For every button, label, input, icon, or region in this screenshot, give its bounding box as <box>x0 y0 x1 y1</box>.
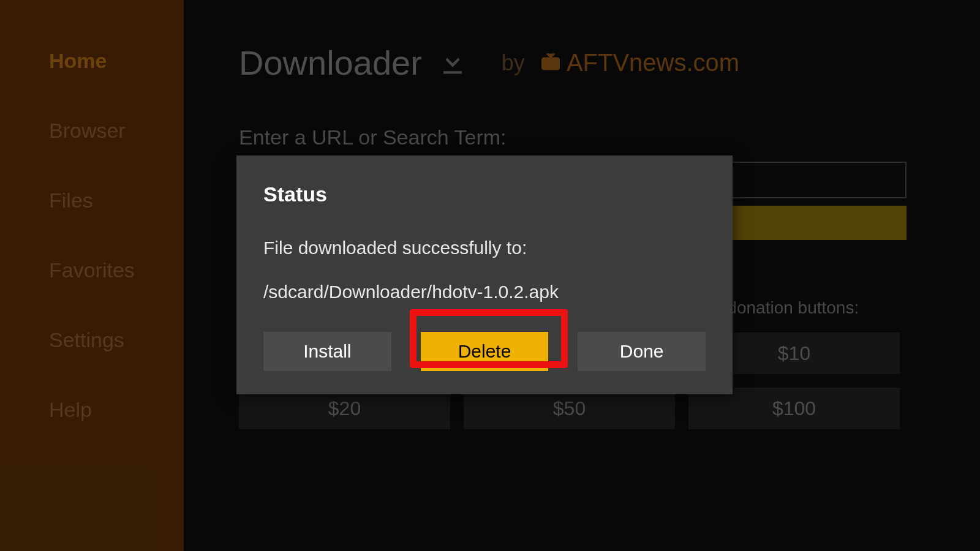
install-button[interactable]: Install <box>263 332 391 371</box>
sidebar-item-favorites[interactable]: Favorites <box>49 258 184 282</box>
dialog-path: /sdcard/Downloader/hdotv-1.0.2.apk <box>263 282 706 302</box>
sidebar-item-label: Favorites <box>49 258 135 282</box>
sidebar-item-help[interactable]: Help <box>49 398 184 422</box>
button-label: Done <box>620 341 664 362</box>
donation-label: $20 <box>328 397 361 420</box>
sidebar-item-label: Settings <box>49 328 124 351</box>
by-label: by <box>502 50 525 76</box>
donation-label: $100 <box>772 397 816 420</box>
svg-rect-0 <box>542 58 559 69</box>
tv-icon <box>540 51 562 75</box>
sidebar-item-label: Home <box>49 49 107 72</box>
delete-button[interactable]: Delete <box>421 332 549 371</box>
sidebar-item-label: Help <box>49 398 92 421</box>
donation-label: $10 <box>778 342 810 365</box>
button-label: Install <box>303 341 351 362</box>
sidebar-item-home[interactable]: Home <box>49 49 184 73</box>
url-label: Enter a URL or Search Term: <box>239 126 943 149</box>
title-row: Downloader by AFTVnews.com <box>239 43 943 83</box>
sidebar-item-browser[interactable]: Browser <box>49 119 184 143</box>
status-dialog: Status File downloaded successfully to: … <box>236 156 733 394</box>
sidebar-item-label: Browser <box>49 119 126 142</box>
dialog-buttons: Install Delete Done <box>263 332 706 371</box>
dialog-message: File downloaded successfully to: <box>263 236 706 260</box>
dialog-title: Status <box>263 182 706 206</box>
done-button[interactable]: Done <box>578 332 706 371</box>
brand: AFTVnews.com <box>540 49 739 77</box>
download-icon <box>437 46 469 80</box>
donation-label: $50 <box>553 397 586 420</box>
app-title: Downloader <box>239 43 422 83</box>
sidebar-item-label: Files <box>49 189 93 212</box>
sidebar: Home Browser Files Favorites Settings He… <box>0 0 184 551</box>
brand-text: AFTVnews.com <box>567 49 739 77</box>
button-label: Delete <box>458 341 511 362</box>
sidebar-item-settings[interactable]: Settings <box>49 328 184 352</box>
sidebar-item-files[interactable]: Files <box>49 189 184 212</box>
app-root: Home Browser Files Favorites Settings He… <box>0 0 980 551</box>
